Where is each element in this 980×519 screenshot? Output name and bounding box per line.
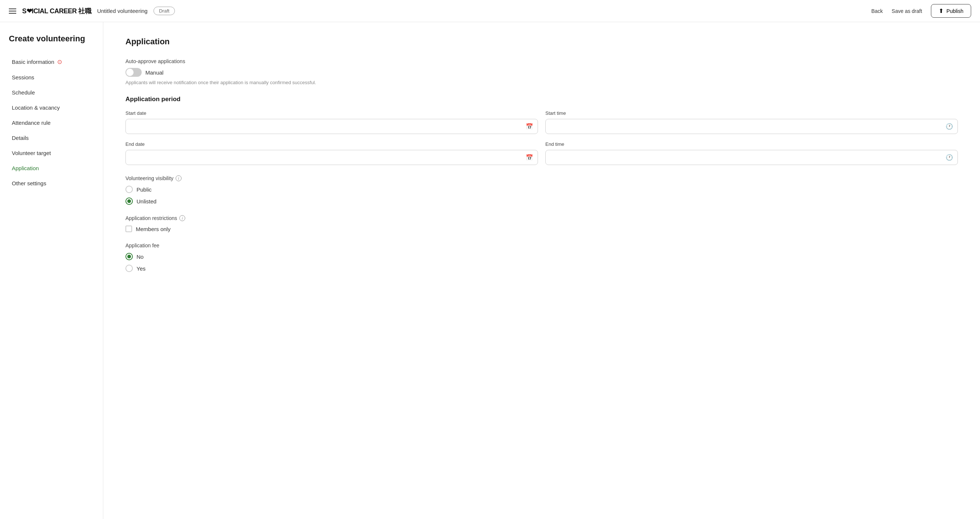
application-period-title: Application period	[126, 96, 958, 103]
application-section-title: Application	[126, 37, 958, 46]
fee-row: Application fee No Yes	[126, 242, 958, 272]
sidebar-item-volunteer-target[interactable]: Volunteer target	[9, 145, 94, 161]
sidebar-item-schedule[interactable]: Schedule	[9, 85, 94, 100]
sidebar-item-application[interactable]: Application	[9, 161, 94, 176]
members-only-option[interactable]: Members only	[126, 226, 958, 232]
end-date-field: End date 📅	[126, 142, 538, 165]
clock-icon: 🕐	[946, 123, 953, 130]
sidebar: Create volunteering Basic information ⊙ …	[0, 22, 103, 519]
toggle-description: Applicants will receive notification onc…	[126, 80, 958, 85]
header: S❤ICIAL CAREER 社職 Untitled volunteering …	[0, 0, 980, 22]
sidebar-nav: Basic information ⊙ Sessions Schedule Lo…	[9, 54, 94, 191]
publish-label: Publish	[947, 8, 963, 14]
end-date-input-wrapper[interactable]: 📅	[126, 150, 538, 165]
sidebar-item-label: Basic information	[12, 59, 54, 65]
checkbox-members-only[interactable]	[126, 226, 132, 232]
end-time-field: End time 🕐	[545, 142, 958, 165]
publish-button[interactable]: ⬆ Publish	[931, 4, 971, 18]
sidebar-item-label: Other settings	[12, 180, 46, 186]
publish-icon: ⬆	[939, 7, 943, 14]
sidebar-item-attendance-rule[interactable]: Attendance rule	[9, 115, 94, 130]
end-time-input[interactable]	[550, 154, 946, 161]
fee-yes-label: Yes	[137, 266, 145, 272]
save-draft-button[interactable]: Save as draft	[892, 8, 923, 14]
calendar-icon-end: 📅	[526, 154, 533, 161]
menu-icon[interactable]	[9, 8, 16, 14]
sidebar-item-sessions[interactable]: Sessions	[9, 70, 94, 85]
fee-option-no[interactable]: No	[126, 253, 958, 260]
sidebar-heading: Create volunteering	[9, 34, 94, 43]
header-actions: Back Save as draft ⬆ Publish	[871, 4, 971, 18]
fee-label: Application fee	[126, 242, 958, 248]
end-time-input-wrapper[interactable]: 🕐	[545, 150, 958, 165]
start-date-field: Start date 📅	[126, 110, 538, 134]
visibility-label: Volunteering visibility i	[126, 175, 958, 181]
error-icon: ⊙	[57, 58, 62, 65]
radio-public[interactable]	[126, 186, 133, 193]
end-date-input[interactable]	[130, 154, 526, 161]
radio-unlisted[interactable]	[126, 197, 133, 205]
start-time-input[interactable]	[550, 124, 946, 130]
date-grid: Start date 📅 Start time 🕐 End date 📅	[126, 110, 958, 165]
layout: Create volunteering Basic information ⊙ …	[0, 22, 980, 519]
sidebar-item-label: Volunteer target	[12, 150, 51, 156]
back-button[interactable]: Back	[871, 8, 883, 14]
auto-approve-label: Auto-approve applications	[126, 58, 958, 64]
main-content: Application Auto-approve applications Ma…	[103, 22, 980, 519]
visibility-info-icon[interactable]: i	[176, 175, 181, 181]
start-date-input[interactable]	[130, 124, 526, 130]
sidebar-item-label: Sessions	[12, 74, 34, 80]
sidebar-item-details[interactable]: Details	[9, 130, 94, 145]
members-only-label: Members only	[136, 226, 170, 232]
clock-icon-end: 🕐	[946, 154, 953, 161]
restrictions-info-icon[interactable]: i	[179, 215, 185, 221]
restrictions-row: Application restrictions i Members only	[126, 215, 958, 232]
radio-fee-yes[interactable]	[126, 265, 133, 272]
sidebar-item-label: Schedule	[12, 89, 35, 96]
header-left: S❤ICIAL CAREER 社職 Untitled volunteering …	[9, 6, 865, 16]
restrictions-label: Application restrictions i	[126, 215, 958, 221]
toggle-text: Manual	[145, 69, 164, 76]
sidebar-item-label: Details	[12, 135, 29, 141]
radio-fee-no[interactable]	[126, 253, 133, 260]
sidebar-item-other-settings[interactable]: Other settings	[9, 176, 94, 191]
start-date-label: Start date	[126, 110, 538, 116]
sidebar-item-basic-information[interactable]: Basic information ⊙	[9, 54, 94, 70]
start-time-input-wrapper[interactable]: 🕐	[545, 119, 958, 134]
auto-approve-toggle[interactable]	[126, 68, 142, 77]
auto-approve-row: Auto-approve applications Manual Applica…	[126, 58, 958, 85]
logo: S❤ICIAL CAREER 社職	[22, 6, 91, 16]
start-time-label: Start time	[545, 110, 958, 116]
toggle-container: Manual	[126, 68, 958, 77]
visibility-option-unlisted[interactable]: Unlisted	[126, 197, 958, 205]
sidebar-item-location-vacancy[interactable]: Location & vacancy	[9, 100, 94, 115]
start-time-field: Start time 🕐	[545, 110, 958, 134]
start-date-input-wrapper[interactable]: 📅	[126, 119, 538, 134]
visibility-option-public[interactable]: Public	[126, 186, 958, 193]
draft-badge: Draft	[153, 6, 175, 15]
fee-no-label: No	[137, 253, 143, 260]
visibility-unlisted-label: Unlisted	[137, 198, 156, 204]
calendar-icon: 📅	[526, 123, 533, 130]
sidebar-item-label: Application	[12, 165, 39, 171]
end-time-label: End time	[545, 142, 958, 147]
end-date-label: End date	[126, 142, 538, 147]
page-title: Untitled volunteering	[97, 8, 148, 14]
visibility-public-label: Public	[137, 186, 152, 193]
sidebar-item-label: Attendance rule	[12, 119, 51, 126]
visibility-row: Volunteering visibility i Public Unliste…	[126, 175, 958, 205]
sidebar-item-label: Location & vacancy	[12, 105, 60, 111]
fee-option-yes[interactable]: Yes	[126, 265, 958, 272]
